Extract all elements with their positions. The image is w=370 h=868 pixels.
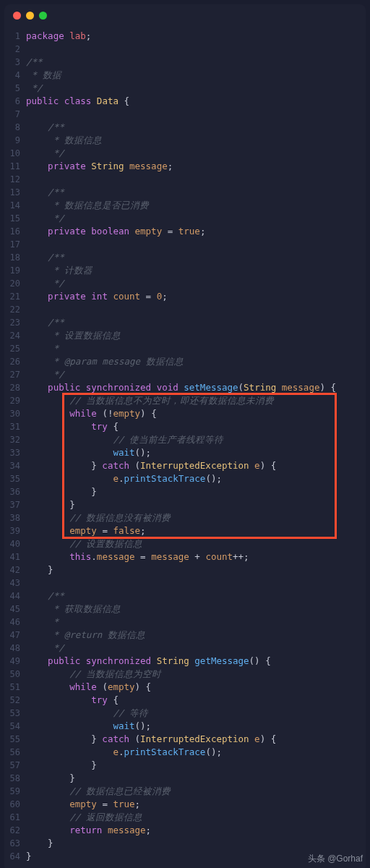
code-line[interactable]: * 计数器: [26, 264, 366, 277]
code-line[interactable]: // 当数据信息不为空时，即还有数据信息未消费: [26, 394, 366, 407]
code-line[interactable]: this.message = message + count++;: [26, 550, 366, 563]
code-line[interactable]: e.printStackTrace();: [26, 472, 366, 485]
code-line[interactable]: return message;: [26, 824, 366, 837]
editor-window: 1234567891011121314151617181920212223242…: [4, 4, 366, 868]
close-icon[interactable]: [13, 12, 21, 20]
line-number: 55: [4, 733, 20, 746]
code-line[interactable]: // 当数据信息为空时: [26, 668, 366, 681]
code-line[interactable]: /**: [26, 121, 366, 134]
code-line[interactable]: /**: [26, 316, 366, 329]
line-number: 64: [4, 850, 20, 863]
code-line[interactable]: * 获取数据信息: [26, 603, 366, 616]
line-number: 44: [4, 590, 20, 603]
code-line[interactable]: private String message;: [26, 160, 366, 173]
code-line[interactable]: public synchronized void setMessage(Stri…: [26, 381, 366, 394]
line-number: 13: [4, 186, 20, 199]
line-gutter: 1234567891011121314151617181920212223242…: [4, 30, 26, 863]
code-line[interactable]: // 返回数据信息: [26, 811, 366, 824]
code-line[interactable]: while (empty) {: [26, 681, 366, 694]
line-number: 1: [4, 30, 20, 43]
code-line[interactable]: public synchronized String getMessage() …: [26, 655, 366, 668]
code-line[interactable]: try {: [26, 694, 366, 707]
code-line[interactable]: wait();: [26, 720, 366, 733]
code-line[interactable]: // 数据信息没有被消费: [26, 511, 366, 524]
code-line[interactable]: * 设置数据信息: [26, 329, 366, 342]
code-line[interactable]: // 数据信息已经被消费: [26, 785, 366, 798]
code-line[interactable]: try {: [26, 420, 366, 433]
code-line[interactable]: * 数据信息是否已消费: [26, 199, 366, 212]
code-line[interactable]: /**: [26, 56, 366, 69]
code-line[interactable]: while (!empty) {: [26, 407, 366, 420]
code-line[interactable]: [26, 108, 366, 121]
code-line[interactable]: */: [26, 277, 366, 290]
code-line[interactable]: * 数据: [26, 69, 366, 82]
code-line[interactable]: }: [26, 837, 366, 850]
code-line[interactable]: */: [26, 212, 366, 225]
line-number: 20: [4, 277, 20, 290]
code-line[interactable]: empty = false;: [26, 524, 366, 537]
code-line[interactable]: * @param message 数据信息: [26, 355, 366, 368]
line-number: 21: [4, 290, 20, 303]
code-line[interactable]: [26, 303, 366, 316]
line-number: 16: [4, 225, 20, 238]
line-number: 57: [4, 759, 20, 772]
code-line[interactable]: /**: [26, 251, 366, 264]
code-line[interactable]: package lab;: [26, 30, 366, 43]
code-line[interactable]: [26, 173, 366, 186]
line-number: 30: [4, 407, 20, 420]
code-line[interactable]: */: [26, 642, 366, 655]
code-line[interactable]: * 数据信息: [26, 134, 366, 147]
code-line[interactable]: *: [26, 342, 366, 355]
code-line[interactable]: /**: [26, 590, 366, 603]
line-number: 29: [4, 394, 20, 407]
code-line[interactable]: private boolean empty = true;: [26, 225, 366, 238]
code-line[interactable]: wait();: [26, 446, 366, 459]
line-number: 54: [4, 720, 20, 733]
line-number: 32: [4, 433, 20, 446]
code-line[interactable]: e.printStackTrace();: [26, 746, 366, 759]
code-line[interactable]: [26, 576, 366, 590]
code-line[interactable]: public class Data {: [26, 95, 366, 108]
line-number: 59: [4, 785, 20, 798]
code-line[interactable]: /**: [26, 186, 366, 199]
code-area[interactable]: 1234567891011121314151617181920212223242…: [4, 27, 366, 868]
code-line[interactable]: }: [26, 485, 366, 498]
line-number: 38: [4, 511, 20, 524]
line-number: 36: [4, 485, 20, 498]
line-number: 42: [4, 563, 20, 576]
code-body[interactable]: package lab; /** * 数据 */public class Dat…: [26, 30, 366, 863]
code-line[interactable]: // 设置数据信息: [26, 537, 366, 550]
code-line[interactable]: } catch (InterruptedException e) {: [26, 459, 366, 472]
line-number: 31: [4, 420, 20, 433]
code-line[interactable]: }: [26, 563, 366, 576]
line-number: 15: [4, 212, 20, 225]
code-line[interactable]: // 等待: [26, 707, 366, 720]
line-number: 19: [4, 264, 20, 277]
code-line[interactable]: */: [26, 368, 366, 381]
code-line[interactable]: */: [26, 147, 366, 160]
line-number: 48: [4, 642, 20, 655]
minimize-icon[interactable]: [26, 12, 34, 20]
line-number: 34: [4, 459, 20, 472]
code-line[interactable]: [26, 43, 366, 56]
code-line[interactable]: }: [26, 772, 366, 785]
line-number: 45: [4, 603, 20, 616]
code-line[interactable]: }: [26, 759, 366, 772]
line-number: 3: [4, 56, 20, 69]
code-line[interactable]: *: [26, 616, 366, 629]
code-line[interactable]: private int count = 0;: [26, 290, 366, 303]
maximize-icon[interactable]: [39, 12, 47, 20]
line-number: 41: [4, 550, 20, 563]
code-line[interactable]: }: [26, 498, 366, 511]
line-number: 58: [4, 772, 20, 785]
watermark: 头条 @Gorhaf: [308, 853, 363, 865]
code-line[interactable]: [26, 238, 366, 251]
code-line[interactable]: } catch (InterruptedException e) {: [26, 733, 366, 746]
code-line[interactable]: empty = true;: [26, 798, 366, 811]
line-number: 50: [4, 668, 20, 681]
code-line[interactable]: // 使当前生产者线程等待: [26, 433, 366, 446]
code-line[interactable]: */: [26, 82, 366, 95]
line-number: 37: [4, 498, 20, 511]
line-number: 60: [4, 798, 20, 811]
code-line[interactable]: * @return 数据信息: [26, 629, 366, 642]
